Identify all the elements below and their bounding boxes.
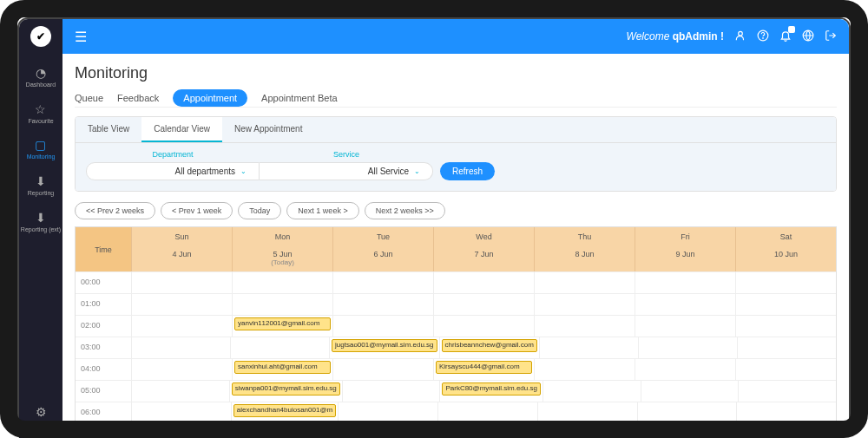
calendar-cell[interactable] <box>542 381 641 402</box>
calendar-cell[interactable] <box>534 294 635 315</box>
calendar-cell[interactable] <box>537 402 637 423</box>
calendar-cell[interactable] <box>539 337 638 358</box>
calendar-cell[interactable]: jugtsao001@mymail.sim.edu.sg <box>329 337 439 358</box>
hamburger-icon[interactable]: ☰ <box>75 29 87 45</box>
time-cell: 04:00 <box>76 359 131 380</box>
calendar-cell[interactable]: ParkC80@mymail.sim.edu.sg <box>439 381 542 402</box>
tab-feedback[interactable]: Feedback <box>117 89 159 107</box>
calendar-cell[interactable] <box>635 359 735 380</box>
help-icon[interactable] <box>757 29 769 44</box>
calendar-cell[interactable] <box>534 424 635 428</box>
calendar-cell[interactable]: chrisbeannchew@gmail.com <box>439 337 539 358</box>
calendar-cell[interactable] <box>735 424 836 428</box>
calendar-cell[interactable] <box>342 381 440 402</box>
appointment-chip[interactable]: sanxinhui.aht@gmail.com <box>234 361 331 374</box>
nav-icon: ⬇ <box>36 174 46 188</box>
calendar-cell[interactable] <box>637 402 737 423</box>
calendar-cell[interactable] <box>534 272 635 293</box>
calendar-cell[interactable] <box>737 337 836 358</box>
calendar-cell[interactable] <box>338 402 437 423</box>
calendar-cell[interactable] <box>635 424 735 428</box>
calendar-cell[interactable]: yunq08oct@gmail.com <box>433 424 534 428</box>
calendar-cell[interactable] <box>736 402 836 423</box>
nav--prev-2-weeks[interactable]: << Prev 2 weeks <box>75 202 155 219</box>
calendar-cell[interactable] <box>635 272 735 293</box>
calendar-cell[interactable] <box>131 424 232 428</box>
calendar-cell[interactable]: sanxinhui.aht@gmail.com <box>232 359 332 380</box>
calendar-cell[interactable] <box>735 272 836 293</box>
nav-next-2-weeks-[interactable]: Next 2 weeks >> <box>365 202 445 219</box>
appointment-chip[interactable]: alexchandhan4buiosan001@m <box>233 404 336 417</box>
department-select[interactable]: All departments⌄ <box>86 162 260 180</box>
globe-icon[interactable] <box>802 29 814 44</box>
calendar-cell[interactable] <box>638 337 737 358</box>
tab-appointment[interactable]: Appointment <box>173 89 247 107</box>
calendar-cell[interactable] <box>433 316 534 337</box>
appointment-chip[interactable]: yunq08oct@gmail.com <box>436 426 532 428</box>
sidebar-item-favourite[interactable]: ☆Favourite <box>21 95 61 132</box>
calendar-cell[interactable] <box>433 294 534 315</box>
sidebar-item-reporting[interactable]: ⬇Reporting <box>21 167 61 204</box>
service-select[interactable]: All Service⌄ <box>260 162 433 180</box>
calendar-cell[interactable] <box>433 272 534 293</box>
nav-icon: ☆ <box>35 102 46 116</box>
calendar-cell[interactable] <box>131 402 231 423</box>
logout-icon[interactable] <box>825 29 837 44</box>
calendar-cell[interactable] <box>635 294 735 315</box>
calendar-cell[interactable] <box>332 359 433 380</box>
nav--prev-1-week[interactable]: < Prev 1 week <box>161 202 233 219</box>
sidebar-item-setting[interactable]: ⚙ Setting <box>19 398 62 435</box>
calendar-cell[interactable] <box>437 402 537 423</box>
refresh-button[interactable]: Refresh <box>440 162 495 180</box>
calendar-cell[interactable] <box>232 424 332 428</box>
sidebar-item-dashboard[interactable]: ◔Dashboard <box>21 59 61 95</box>
calendar-cell[interactable] <box>635 316 735 337</box>
tab-queue[interactable]: Queue <box>75 89 103 107</box>
calendar-cell[interactable] <box>735 294 836 315</box>
calendar-cell[interactable] <box>232 294 332 315</box>
calendar-cell[interactable] <box>131 359 232 380</box>
sidebar-item-monitoring[interactable]: ▢Monitoring <box>21 131 61 167</box>
calendar-cell[interactable] <box>534 359 635 380</box>
calendar-cell[interactable]: yanvin112001@gmail.com <box>232 316 332 337</box>
calendar-cell[interactable] <box>534 316 635 337</box>
calendar-cell[interactable] <box>131 381 229 402</box>
calendar-cell[interactable] <box>332 316 433 337</box>
calendar-cell[interactable] <box>332 272 433 293</box>
calendar-cell[interactable] <box>735 316 836 337</box>
nav-next-1-week-[interactable]: Next 1 week > <box>286 202 358 219</box>
calendar-cell[interactable] <box>332 294 433 315</box>
calendar-cell[interactable] <box>230 337 329 358</box>
viewtab-new-appointment[interactable]: New Appointment <box>222 117 314 142</box>
tab-appointment-beta[interactable]: Appointment Beta <box>261 89 337 107</box>
calendar-cell[interactable] <box>332 424 433 428</box>
nav-today[interactable]: Today <box>238 202 281 219</box>
calendar-cell[interactable]: Kirsayscu444@gmail.com <box>433 359 534 380</box>
calendar-cell[interactable]: alexchandhan4buiosan001@m <box>231 402 338 423</box>
calendar-cell[interactable] <box>131 272 232 293</box>
calendar-cell[interactable] <box>131 337 230 358</box>
gear-icon: ⚙ <box>36 405 47 419</box>
appointment-chip[interactable]: yanvin112001@gmail.com <box>234 317 331 330</box>
appointment-chip[interactable]: ParkC80@mymail.sim.edu.sg <box>442 382 540 396</box>
sidebar-item-reporting-ext-[interactable]: ⬇Reporting (ext) <box>21 204 61 240</box>
appointment-chip[interactable]: siwanpa001@mymail.sim.edu.sg <box>232 382 340 396</box>
calendar-cell[interactable] <box>131 294 232 315</box>
appointment-chip[interactable]: Kirsayscu444@gmail.com <box>436 361 532 374</box>
calendar-cell[interactable] <box>738 381 836 402</box>
viewtab-table-view[interactable]: Table View <box>76 117 141 142</box>
day-header: Sun4 Jun <box>131 227 232 271</box>
sidebar-item-label: Dashboard <box>26 82 56 88</box>
bell-icon[interactable] <box>779 29 792 44</box>
calendar-cell[interactable] <box>131 316 232 337</box>
calendar-cell[interactable] <box>735 359 836 380</box>
time-cell: 02:00 <box>76 316 131 337</box>
user-icon[interactable] <box>734 29 746 44</box>
viewtab-calendar-view[interactable]: Calendar View <box>141 117 222 142</box>
appointment-chip[interactable]: jugtsao001@mymail.sim.edu.sg <box>332 339 437 352</box>
appointment-chip[interactable]: chrisbeannchew@gmail.com <box>442 339 537 352</box>
time-cell: 01:00 <box>76 294 131 315</box>
calendar-cell[interactable]: siwanpa001@mymail.sim.edu.sg <box>229 381 342 402</box>
calendar-cell[interactable] <box>641 381 739 402</box>
calendar-cell[interactable] <box>232 272 332 293</box>
